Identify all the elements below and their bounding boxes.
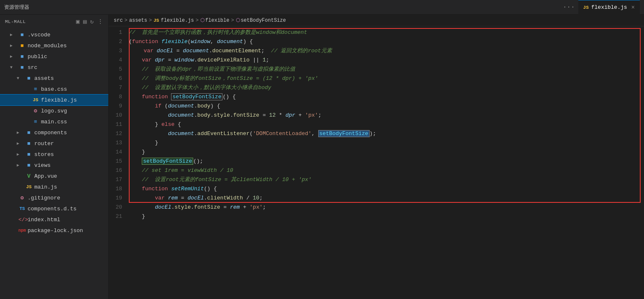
- line-content-1: // 首先是一个立即执行函数，执行时传入的参数是window和document: [129, 28, 644, 37]
- tab-flexible-js[interactable]: JS flexible.js ×: [578, 0, 640, 15]
- line-content-3: var docEl = document.documentElement; //…: [129, 46, 644, 56]
- label-components-dts: components.d.ts: [28, 206, 77, 212]
- css-icon-base: ≡: [32, 86, 39, 92]
- line-content-13: }: [129, 138, 644, 148]
- label-main-css: main.css: [41, 119, 67, 125]
- code-line-18: 18 function setRemUnit() {: [109, 184, 644, 194]
- label-vscode: .vscode: [28, 32, 51, 38]
- arrow-public: ▶: [10, 54, 17, 59]
- line-num-11: 11: [109, 120, 129, 129]
- line-content-16: // set 1rem = viewWidth / 10: [129, 166, 644, 175]
- folder-icon-node-modules: ■: [18, 43, 26, 49]
- new-file-icon[interactable]: ▣: [76, 18, 80, 25]
- refresh-icon[interactable]: ↻: [90, 18, 94, 25]
- sidebar-title: ML-MALL: [5, 19, 26, 24]
- sidebar-icons: ▣ ▤ ↻ ⋮: [76, 18, 103, 25]
- sidebar-item-components-dts[interactable]: TS components.d.ts: [0, 203, 108, 214]
- breadcrumb-flexible[interactable]: flexible: [205, 18, 230, 23]
- arrow-node-modules: ▶: [10, 43, 17, 48]
- label-public: public: [28, 54, 47, 60]
- line-content-9: if (document.body) {: [129, 102, 644, 111]
- sidebar-item-vscode[interactable]: ▶ ■ .vscode: [0, 29, 108, 40]
- tab-close-icon[interactable]: ×: [631, 4, 635, 11]
- code-line-4: 4 var dpr = window.devicePixelRatio || 1…: [109, 56, 644, 65]
- sidebar-item-public[interactable]: ▶ ■ public: [0, 51, 108, 62]
- line-content-18: function setRemUnit() {: [129, 184, 644, 194]
- line-content-14: }: [129, 148, 644, 157]
- line-content-7: // 设置默认字体大小，默认的字体大小继承自body: [129, 83, 644, 92]
- sidebar-item-assets[interactable]: ▼ ■ assets: [0, 73, 108, 84]
- editor-content[interactable]: 1 // 首先是一个立即执行函数，执行时传入的参数是window和documen…: [109, 26, 644, 299]
- code-line-6: 6 // 调整body标签的fontSize，fontSize = (12 * …: [109, 74, 644, 83]
- label-src: src: [28, 64, 37, 71]
- arrow-vscode: ▶: [10, 32, 17, 37]
- line-num-21: 21: [109, 212, 129, 221]
- breadcrumb-sep-2: >: [149, 18, 152, 23]
- sidebar-item-main-js[interactable]: JS main.js: [0, 181, 108, 192]
- collapse-icon[interactable]: ⋮: [97, 18, 104, 25]
- sidebar-header: ML-MALL ▣ ▤ ↻ ⋮: [0, 15, 108, 28]
- new-folder-icon[interactable]: ▤: [83, 18, 87, 25]
- breadcrumb-sep-1: >: [125, 18, 128, 23]
- breadcrumb-setBodyFontSize[interactable]: setBodyFontSize: [241, 18, 286, 23]
- sidebar-item-package-lock[interactable]: npm package-lock.json: [0, 225, 108, 236]
- folder-icon-public: ■: [18, 54, 26, 60]
- code-line-10: 10 document.body.style.fontSize = 12 * d…: [109, 111, 644, 120]
- sidebar-item-views[interactable]: ▶ ■ views: [0, 160, 108, 171]
- line-num-4: 4: [109, 56, 129, 65]
- folder-icon-assets: ■: [25, 75, 33, 82]
- sidebar-tree: ▶ ■ .vscode ▶ ■ node_modules ▶ ■ public …: [0, 28, 108, 299]
- label-logo-svg: logo.svg: [41, 108, 67, 114]
- line-num-6: 6: [109, 74, 129, 83]
- line-num-17: 17: [109, 175, 129, 184]
- title-bar-menu[interactable]: ···: [560, 3, 578, 11]
- sidebar-item-stores[interactable]: ▶ ■ stores: [0, 149, 108, 160]
- label-assets: assets: [34, 75, 54, 82]
- title-bar: 资源管理器 ··· JS flexible.js ×: [0, 0, 644, 15]
- sidebar-item-gitignore[interactable]: ⚙ .gitignore: [0, 192, 108, 203]
- breadcrumb-flexible-js[interactable]: flexible.js: [161, 18, 194, 23]
- label-stores: stores: [34, 151, 54, 158]
- sidebar-item-index-html[interactable]: </> index.html: [0, 214, 108, 225]
- line-num-15: 15: [109, 157, 129, 166]
- code-line-1: 1 // 首先是一个立即执行函数，执行时传入的参数是window和documen…: [109, 28, 644, 37]
- sidebar-item-src[interactable]: ▼ ■ src: [0, 62, 108, 73]
- label-app-vue: App.vue: [34, 173, 57, 179]
- sidebar-item-base-css[interactable]: ≡ base.css: [0, 84, 108, 95]
- line-content-4: var dpr = window.devicePixelRatio || 1;: [129, 56, 644, 65]
- breadcrumb-assets[interactable]: assets: [129, 18, 147, 23]
- arrow-stores: ▶: [17, 152, 23, 157]
- label-node-modules: node_modules: [28, 43, 67, 49]
- line-num-20: 20: [109, 203, 129, 212]
- tab-js-icon: JS: [583, 5, 589, 10]
- explorer-title: 资源管理器: [4, 4, 29, 11]
- code-line-15: 15 setBodyFontSize();: [109, 157, 644, 166]
- code-line-5: 5 // 获取设备的dpr，即当前设置下物理像素与虚拟像素的比值: [109, 65, 644, 74]
- label-main-js: main.js: [34, 184, 57, 190]
- folder-icon-views: ■: [25, 162, 33, 169]
- line-num-14: 14: [109, 148, 129, 157]
- line-num-12: 12: [109, 129, 129, 138]
- sidebar-item-components[interactable]: ▶ ■ components: [0, 127, 108, 138]
- svg-icon-logo: ⚙: [32, 107, 39, 114]
- arrow-assets: ▼: [17, 76, 23, 81]
- sidebar-item-flexible-js[interactable]: JS flexible.js: [0, 95, 108, 105]
- folder-icon-stores: ■: [25, 151, 33, 158]
- sidebar-item-app-vue[interactable]: V App.vue: [0, 171, 108, 181]
- breadcrumb-src[interactable]: src: [114, 18, 123, 23]
- html-icon: </>: [18, 217, 26, 223]
- sidebar: ML-MALL ▣ ▤ ↻ ⋮ ▶ ■ .vscode ▶ ■ node_mod…: [0, 15, 109, 299]
- sidebar-item-router[interactable]: ▶ ■ router: [0, 138, 108, 149]
- folder-icon-vscode: ■: [18, 32, 26, 38]
- sidebar-item-logo-svg[interactable]: ⚙ logo.svg: [0, 105, 108, 116]
- npm-icon: npm: [18, 228, 26, 233]
- label-views: views: [34, 162, 51, 169]
- line-content-20: docEl.style.fontSize = rem + 'px';: [129, 203, 644, 212]
- label-index-html: index.html: [28, 217, 60, 223]
- code-line-17: 17 // 设置root元素的fontSize = 其clientWidth /…: [109, 175, 644, 184]
- line-content-2: (function flexible(window, document) {: [129, 37, 644, 46]
- line-num-8: 8: [109, 92, 129, 102]
- sidebar-item-main-css[interactable]: ≡ main.css: [0, 116, 108, 127]
- line-content-10: document.body.style.fontSize = 12 * dpr …: [129, 111, 644, 120]
- sidebar-item-node-modules[interactable]: ▶ ■ node_modules: [0, 40, 108, 51]
